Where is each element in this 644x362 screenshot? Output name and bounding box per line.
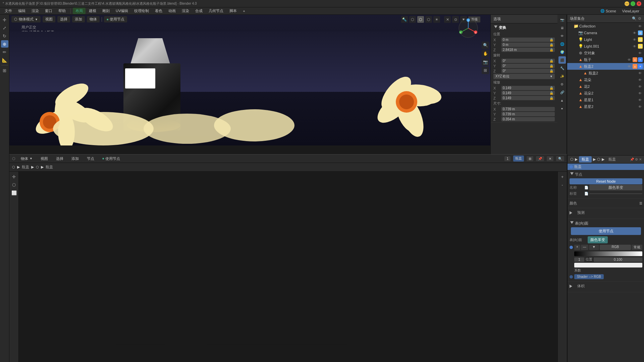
ne-zoom-in[interactable]: + — [559, 173, 566, 180]
vp-zoom-icon[interactable]: 🔍 — [482, 42, 489, 49]
tool-rotate[interactable]: ↻ — [1, 32, 8, 40]
ne-pin-btn[interactable]: 📌 — [536, 156, 544, 161]
outliner-star1[interactable]: ▲ 星星1 👁 — [567, 97, 644, 103]
rot-mode-select[interactable]: XYZ 欧拉 ▼ — [493, 74, 555, 79]
vp-grid-icon[interactable]: ⊞ — [482, 67, 489, 74]
bottle-mat[interactable]: ● — [638, 57, 643, 62]
outliner-flower1[interactable]: ▲ 花朵 👁 — [567, 76, 644, 83]
pos-y-input[interactable]: 0 m 🔒 — [501, 43, 555, 47]
props-scene-icon[interactable]: 🌐 — [558, 40, 566, 48]
menu-animation[interactable]: 动画 — [166, 8, 178, 14]
scene-selector[interactable]: 🌐 Scene — [598, 8, 619, 14]
props-output-icon[interactable]: 🖥 — [558, 24, 566, 32]
vp-pan-icon[interactable]: ✋ — [482, 50, 489, 57]
ne-use-nodes-btn[interactable]: ■ 使用节点 — [100, 156, 123, 162]
bottle-eye[interactable]: 👁 — [627, 57, 632, 62]
outliner-light001[interactable]: 💡 Light.001 👁 ▣ — [567, 43, 644, 50]
outliner-empty[interactable]: ⊕ 空对象 👁 — [567, 50, 644, 56]
tool-measure[interactable]: 📐 — [1, 56, 8, 64]
light-eye[interactable]: 👁 — [632, 37, 637, 42]
pos-x-input[interactable]: 0 m 🔒 — [501, 38, 555, 42]
empty-eye[interactable]: 👁 — [637, 50, 643, 56]
star2-eye[interactable]: 👁 — [637, 104, 643, 109]
viewport-select-menu[interactable]: 选择 — [57, 16, 70, 22]
scale-x-input[interactable]: 0.149 🔒 — [501, 86, 555, 90]
menu-uv[interactable]: UV编辑 — [113, 8, 131, 14]
use-nodes-button[interactable]: 使用节点 — [571, 227, 641, 235]
menu-geometry-nodes[interactable]: 几何节点 — [206, 8, 226, 14]
ne-mode-btn[interactable]: 物体 ▼ — [18, 156, 35, 162]
material-list-item[interactable]: 瓶盖 — [568, 164, 644, 170]
pos-z-input[interactable]: 2.8418 m 🔒 — [501, 48, 555, 52]
ne-view-btn[interactable]: 视图 — [38, 156, 51, 162]
vp-camera-icon[interactable]: 📷 — [482, 58, 489, 66]
ne-add-btn[interactable]: 添加 — [69, 156, 82, 162]
dim-y-input[interactable]: 0.739 m — [501, 112, 555, 116]
viewport-shading-material[interactable]: ⬡ — [425, 16, 432, 23]
dim-z-input[interactable]: 0.354 m — [501, 117, 555, 121]
menu-modeling[interactable]: 建模 — [86, 8, 99, 14]
menu-file[interactable]: 文件 — [2, 8, 15, 14]
outliner-cap2-child[interactable]: ▲ 瓶盖2 👁 — [567, 70, 644, 76]
cap2-eye[interactable]: 👁 — [627, 64, 632, 69]
surface-cramp-btn[interactable]: 颜色革变 — [588, 236, 608, 243]
viewport-shading-wire[interactable]: ⬡ — [409, 16, 416, 23]
scale-z-input[interactable]: 0.149 🔒 — [501, 96, 555, 100]
cap2-vis[interactable]: ▲ — [633, 64, 637, 69]
star1-eye[interactable]: 👁 — [637, 97, 643, 103]
panel-close-icon[interactable]: ✕ — [639, 158, 642, 161]
rgb-plus-btn[interactable]: + — [574, 245, 580, 250]
transform-title[interactable]: 变换 — [491, 24, 557, 31]
menu-texture-paint[interactable]: 纹理绘制 — [131, 8, 152, 14]
menu-edit[interactable]: 编辑 — [15, 8, 28, 14]
panel-tab-cap[interactable]: 瓶盖 — [579, 156, 592, 163]
ne-zoom-btn[interactable]: 🔍 — [556, 156, 564, 161]
rgb-normal-btn[interactable]: 常规 — [632, 245, 642, 250]
reset-node-btn[interactable]: Reset Node — [570, 178, 642, 184]
ne-cursor-icon[interactable]: ✛ — [10, 173, 18, 180]
menu-help[interactable]: 帮助 — [56, 8, 68, 14]
props-particles-icon[interactable]: ✨ — [558, 72, 566, 80]
rot-z-input[interactable]: 0° 🔒 — [501, 69, 555, 73]
collection-eye[interactable]: 👁 — [637, 23, 643, 29]
ne-close-btn[interactable]: ✕ — [547, 156, 553, 161]
rgb-mode-label[interactable]: RGB — [600, 245, 631, 250]
light-vis[interactable]: ▣ — [638, 37, 643, 42]
menu-render[interactable]: 渲染 — [29, 8, 42, 14]
pos-num-input[interactable]: 1 — [574, 257, 584, 262]
scale-y-input[interactable]: 0.149 🔒 — [501, 91, 555, 95]
viewport-gizmo-toggle[interactable]: ✕ — [444, 16, 451, 23]
node-canvas-wrapper[interactable]: 漫射 BSDF BSDF ▶ 颜色 — [19, 172, 557, 362]
props-world-icon[interactable]: 🌍 — [558, 48, 566, 56]
viewport-mode-btn[interactable]: ⬡ 物体模式 ▼ — [11, 16, 41, 22]
panel-tab-cap2[interactable]: 瓶盖 — [606, 156, 619, 163]
dim-x-input[interactable]: 0.739 m — [501, 107, 555, 111]
outliner-collection[interactable]: 📁 Collection 👁 — [567, 23, 644, 29]
outliner-light[interactable]: 💡 Light 👁 ▣ — [567, 36, 644, 43]
flower1-eye[interactable]: 👁 — [637, 77, 643, 82]
viewport-object-menu[interactable]: 物体 — [87, 16, 100, 22]
menu-render2[interactable]: 渲染 — [179, 8, 192, 14]
props-physics-icon[interactable]: ⚙ — [558, 80, 566, 88]
tool-cursor[interactable]: ✛ — [1, 16, 8, 23]
props-render-icon[interactable]: 📷 — [558, 16, 566, 23]
viewport-shading-rendered[interactable]: ☀ — [433, 16, 440, 23]
menu-window[interactable]: 窗口 — [42, 8, 55, 14]
breadcrumb-item1[interactable]: 瓶盖 — [22, 165, 29, 170]
menu-scripting[interactable]: 脚本 — [227, 8, 239, 14]
color-list-icon[interactable]: ☰ — [639, 201, 642, 205]
maximize-button[interactable]: □ — [631, 1, 635, 6]
minimize-button[interactable]: — — [625, 1, 629, 6]
props-data-icon[interactable]: ▲ — [558, 97, 566, 104]
cap2c-eye[interactable]: 👁 — [637, 70, 643, 76]
ne-select-btn[interactable]: 选择 — [53, 156, 66, 162]
viewport-shading-solid[interactable]: ⬡ — [417, 16, 424, 23]
outliner-cap2[interactable]: ▲ 瓶盖2 👁 ▲ ● — [567, 63, 644, 70]
props-material-icon[interactable]: ● — [558, 105, 566, 112]
outliner-filter-icon[interactable]: 🔍 — [632, 16, 637, 21]
viewlayer-selector[interactable]: ViewLayer — [620, 8, 642, 14]
menu-sculpt[interactable]: 雕刻 — [100, 8, 112, 14]
props-modifier-icon[interactable]: 🔧 — [558, 64, 566, 72]
props-object-icon[interactable]: ⬛ — [558, 56, 566, 64]
ne-select-all-icon[interactable]: ⬡ — [10, 181, 18, 188]
